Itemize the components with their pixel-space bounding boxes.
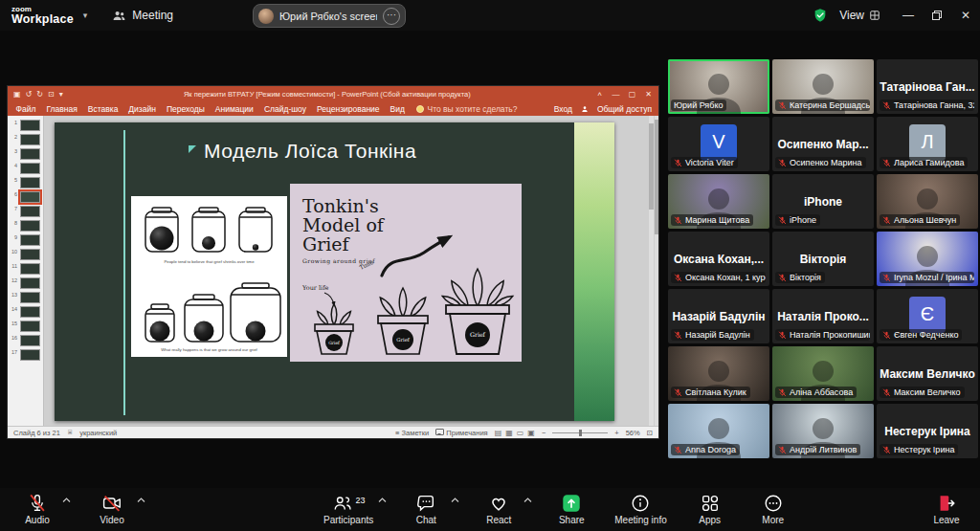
ppt-tab-3[interactable]: Дизайн: [123, 104, 162, 114]
view-button[interactable]: View: [839, 9, 880, 22]
shared-screen-pill[interactable]: Юрий Рябко's screen ···: [253, 4, 406, 28]
slide-thumbnail-3[interactable]: 3: [8, 146, 43, 161]
language-indicator[interactable]: украинский: [79, 429, 117, 437]
toolbar-share-button[interactable]: Share: [546, 491, 597, 527]
restore-button[interactable]: [923, 0, 951, 31]
slide-thumbnail-13[interactable]: 13: [8, 290, 43, 304]
participant-tile-6[interactable]: Марина Щитова: [668, 174, 769, 229]
participant-tile-20[interactable]: Нестерук ІринаНестерук Ірина: [877, 404, 978, 458]
participant-tile-10[interactable]: ВікторіяВікторія: [772, 232, 874, 286]
ppt-tab-7[interactable]: Рецензирование: [311, 104, 385, 114]
toolbar-participants-button[interactable]: 23Participants: [318, 491, 389, 527]
slide-thumbnail-16[interactable]: 16: [8, 333, 43, 347]
thumbnail-preview: [20, 177, 40, 188]
slide-thumbnail-15[interactable]: 15: [8, 319, 43, 333]
spellcheck-icon[interactable]: ⌸: [68, 429, 72, 436]
slide-thumbnail-14[interactable]: 14: [8, 304, 43, 319]
participant-tile-14[interactable]: ЄЄвген Федченко: [877, 289, 978, 343]
chevron-up-icon[interactable]: [523, 498, 532, 503]
ppt-share-button[interactable]: Общий доступ: [597, 104, 652, 114]
notes-button[interactable]: ≡ Заметки: [395, 429, 429, 437]
ppt-quick-access-toolbar[interactable]: ▣ ↺ ↻ ⊡ ▾: [13, 90, 63, 99]
chevron-up-icon[interactable]: [137, 498, 145, 503]
security-shield-icon[interactable]: [813, 8, 828, 23]
participant-tile-16[interactable]: Аліна Аббасова: [772, 346, 874, 401]
zoom-slider[interactable]: [552, 432, 608, 433]
ppt-minimize-button[interactable]: —: [608, 90, 624, 99]
chevron-up-icon[interactable]: [378, 498, 387, 503]
ppt-ribbon-options-icon[interactable]: ˄: [591, 90, 608, 99]
slide-thumbnail-17[interactable]: 17: [8, 347, 43, 362]
participant-tile-17[interactable]: Максим ВеличкоМаксим Величко: [877, 346, 978, 401]
slide-thumbnail-panel[interactable]: 1234567891011121314151617: [8, 116, 44, 426]
slide-thumbnail-12[interactable]: 12: [8, 276, 43, 290]
toolbar-meeting-info-button[interactable]: Meeting info: [609, 491, 672, 527]
participant-tile-2[interactable]: Татарінова Ган...Татарінова Ганна, 32-П: [877, 59, 978, 114]
participant-tile-12[interactable]: Назарій БадулінНазарій Бадулін: [668, 289, 769, 343]
slide-thumbnail-8[interactable]: 8: [8, 218, 43, 232]
ppt-tab-0[interactable]: Файл: [11, 104, 41, 114]
thumbnail-scrollbar[interactable]: [655, 116, 658, 426]
undo-icon[interactable]: ↺: [26, 90, 33, 99]
canvas-scrollbar[interactable]: [649, 116, 654, 426]
slide-thumbnail-10[interactable]: 10: [8, 247, 43, 261]
ppt-restore-button[interactable]: ▢: [624, 90, 640, 99]
fit-to-window-icon[interactable]: ⊡: [647, 429, 653, 437]
slide-thumbnail-1[interactable]: 1: [8, 118, 43, 132]
ppt-close-button[interactable]: ✕: [640, 90, 657, 99]
slide-thumbnail-11[interactable]: 11: [8, 261, 43, 276]
participant-tile-4[interactable]: Осипенко Мар...Осипенко Марина: [772, 117, 874, 171]
participant-tile-11[interactable]: Iryna Mozul / Ірина М...: [877, 232, 978, 286]
participant-tile-0[interactable]: Юрий Рябко: [668, 59, 769, 114]
save-icon[interactable]: ▣: [13, 90, 21, 99]
view-mode-buttons[interactable]: ▤▦▭▣: [495, 429, 535, 437]
ppt-tab-1[interactable]: Главная: [41, 104, 82, 114]
participant-tile-18[interactable]: Anna Doroga: [668, 404, 769, 458]
slideshow-icon[interactable]: ⊡: [48, 90, 55, 99]
ppt-tab-2[interactable]: Вставка: [82, 104, 123, 114]
redo-icon[interactable]: ↻: [36, 90, 43, 99]
ppt-tab-5[interactable]: Анимации: [210, 104, 258, 114]
ppt-tab-8[interactable]: Вид: [385, 104, 410, 114]
slide-thumbnail-9[interactable]: 9: [8, 232, 43, 247]
chevron-down-icon[interactable]: ▾: [83, 11, 88, 20]
chat-icon: [415, 493, 436, 514]
ppt-signin-button[interactable]: Вход: [554, 104, 572, 114]
participant-tile-7[interactable]: iPhoneiPhone: [772, 174, 874, 229]
tonkin-model-card: Tonkin's Model of Grief Growing around g…: [290, 184, 522, 362]
toolbar-leave-button[interactable]: Leave: [921, 491, 972, 527]
toolbar-audio-button[interactable]: Audio: [11, 491, 73, 527]
participant-tile-13[interactable]: Наталія Проко...Наталія Прокопишина: [772, 289, 874, 343]
zoom-slider-thumb[interactable]: [579, 430, 582, 436]
ppt-tellme[interactable]: Что вы хотите сделать?: [410, 104, 523, 114]
slide-thumbnail-2[interactable]: 2: [8, 132, 43, 146]
zoom-percent[interactable]: 56%: [626, 429, 640, 437]
slide-thumbnail-5[interactable]: 5: [8, 175, 43, 189]
toolbar-react-button[interactable]: React: [473, 491, 534, 527]
comments-button[interactable]: Примечания: [435, 429, 487, 437]
ppt-tab-4[interactable]: Переходы: [161, 104, 210, 114]
minimize-button[interactable]: —: [894, 0, 923, 31]
participant-tile-3[interactable]: VVictoria Viter: [668, 117, 769, 171]
more-options-icon[interactable]: ···: [383, 8, 400, 25]
toolbar-apps-button[interactable]: Apps: [684, 491, 736, 527]
participant-tile-1[interactable]: Катерина Бершадська: [772, 59, 874, 114]
toolbar-video-button[interactable]: Video: [86, 491, 147, 527]
participant-tile-5[interactable]: ЛЛариса Гамидова: [877, 117, 978, 171]
participant-tile-9[interactable]: Оксана Кохан,...Оксана Кохан, 1 курс: [668, 232, 769, 286]
participant-tile-19[interactable]: Андрій Литвинов: [772, 404, 874, 458]
toolbar-chat-button[interactable]: Chat: [400, 491, 461, 527]
slide-thumbnail-6[interactable]: 6: [8, 189, 43, 204]
slide-thumbnail-4[interactable]: 4: [8, 161, 43, 175]
slide-thumbnail-7[interactable]: 7: [8, 204, 43, 218]
ppt-tab-6[interactable]: Слайд-шоу: [258, 104, 311, 114]
participant-tile-8[interactable]: Альона Шевчун: [877, 174, 978, 229]
participant-tile-15[interactable]: Світлана Кулик: [668, 346, 769, 401]
close-button[interactable]: ✕: [951, 0, 980, 31]
zoom-in-button[interactable]: +: [614, 429, 618, 437]
tab-meeting[interactable]: Meeting: [112, 9, 173, 23]
zoom-out-button[interactable]: −: [542, 429, 546, 437]
toolbar-more-button[interactable]: More: [747, 491, 799, 527]
chevron-up-icon[interactable]: [451, 498, 459, 503]
chevron-up-icon[interactable]: [62, 498, 71, 503]
